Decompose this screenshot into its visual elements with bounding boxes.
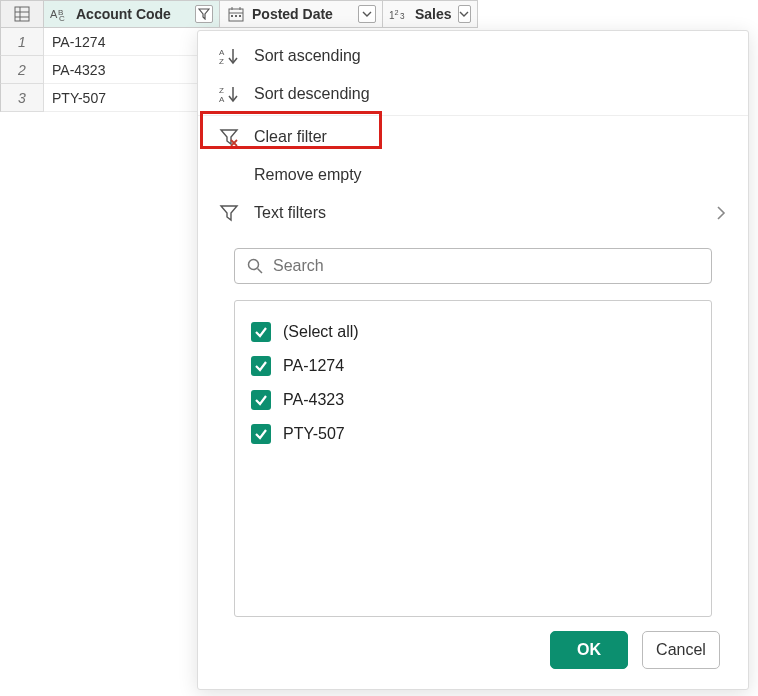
svg-rect-13 bbox=[239, 15, 241, 17]
column-filter-button-posted[interactable] bbox=[358, 5, 376, 23]
column-label: Sales bbox=[415, 6, 452, 22]
check-label: PTY-507 bbox=[283, 425, 345, 443]
svg-text:A: A bbox=[50, 8, 58, 20]
svg-text:C: C bbox=[59, 14, 65, 21]
button-label: Cancel bbox=[656, 641, 706, 659]
check-select-all[interactable]: (Select all) bbox=[251, 315, 695, 349]
svg-text:3: 3 bbox=[400, 12, 405, 21]
cancel-button[interactable]: Cancel bbox=[642, 631, 720, 669]
menu-label: Clear filter bbox=[254, 128, 327, 146]
row-number: 1 bbox=[0, 28, 44, 56]
menu-label: Sort descending bbox=[254, 85, 370, 103]
check-item[interactable]: PTY-507 bbox=[251, 417, 695, 451]
button-label: OK bbox=[577, 641, 601, 659]
check-item[interactable]: PA-1274 bbox=[251, 349, 695, 383]
number-type-icon: 123 bbox=[389, 7, 409, 21]
panel-footer: OK Cancel bbox=[198, 617, 748, 683]
search-input[interactable] bbox=[273, 257, 699, 275]
menu-text-filters[interactable]: Text filters bbox=[198, 194, 748, 232]
row-number: 3 bbox=[0, 84, 44, 112]
search-box[interactable] bbox=[234, 248, 712, 284]
checkbox-checked-icon[interactable] bbox=[251, 390, 271, 410]
check-label: PA-1274 bbox=[283, 357, 344, 375]
svg-text:A: A bbox=[219, 95, 225, 103]
menu-separator bbox=[198, 115, 748, 116]
svg-rect-11 bbox=[231, 15, 233, 17]
chevron-right-icon bbox=[716, 205, 726, 221]
column-filter-button-account[interactable] bbox=[195, 5, 213, 23]
cell-account: PTY-507 bbox=[44, 84, 220, 112]
cell-account: PA-1274 bbox=[44, 28, 220, 56]
chevron-down-icon bbox=[362, 11, 372, 17]
svg-text:Z: Z bbox=[219, 86, 224, 95]
column-header-account-code[interactable]: ABC Account Code bbox=[44, 0, 220, 28]
svg-rect-12 bbox=[235, 15, 237, 17]
ok-button[interactable]: OK bbox=[550, 631, 628, 669]
cell-account: PA-4323 bbox=[44, 56, 220, 84]
menu-label: Remove empty bbox=[254, 166, 362, 184]
row-number: 2 bbox=[0, 56, 44, 84]
svg-line-26 bbox=[258, 269, 263, 274]
filter-values-list[interactable]: (Select all) PA-1274 PA-4323 PTY-507 bbox=[234, 300, 712, 617]
check-item[interactable]: PA-4323 bbox=[251, 383, 695, 417]
menu-sort-ascending[interactable]: AZ Sort ascending bbox=[198, 37, 748, 75]
select-all-rows-corner[interactable] bbox=[0, 0, 44, 28]
menu-remove-empty[interactable]: Remove empty bbox=[198, 156, 748, 194]
svg-point-25 bbox=[249, 260, 259, 270]
sort-ascending-icon: AZ bbox=[218, 47, 240, 65]
search-icon bbox=[247, 258, 263, 274]
checkbox-checked-icon[interactable] bbox=[251, 356, 271, 376]
svg-text:Z: Z bbox=[219, 57, 224, 65]
header-row: ABC Account Code Posted Date 123 Sales bbox=[0, 0, 758, 28]
checkbox-checked-icon[interactable] bbox=[251, 424, 271, 444]
funnel-icon bbox=[198, 8, 210, 20]
menu-label: Text filters bbox=[254, 204, 326, 222]
svg-rect-0 bbox=[15, 7, 29, 21]
menu-clear-filter[interactable]: Clear filter bbox=[198, 118, 748, 156]
column-filter-button-sales[interactable] bbox=[458, 5, 471, 23]
checkbox-checked-icon[interactable] bbox=[251, 322, 271, 342]
column-header-posted-date[interactable]: Posted Date bbox=[220, 0, 383, 28]
text-type-icon: ABC bbox=[50, 7, 70, 21]
column-header-sales[interactable]: 123 Sales bbox=[383, 0, 478, 28]
check-label: PA-4323 bbox=[283, 391, 344, 409]
svg-text:2: 2 bbox=[394, 8, 398, 17]
clear-filter-icon bbox=[218, 128, 240, 146]
table-icon bbox=[14, 6, 30, 22]
menu-sort-descending[interactable]: ZA Sort descending bbox=[198, 75, 748, 113]
chevron-down-icon bbox=[459, 11, 469, 17]
search-container bbox=[198, 232, 748, 294]
sort-descending-icon: ZA bbox=[218, 85, 240, 103]
menu-label: Sort ascending bbox=[254, 47, 361, 65]
column-label: Posted Date bbox=[252, 6, 352, 22]
column-filter-panel: AZ Sort ascending ZA Sort descending Cle… bbox=[197, 30, 749, 690]
column-label: Account Code bbox=[76, 6, 189, 22]
date-type-icon bbox=[226, 6, 246, 22]
svg-text:A: A bbox=[219, 48, 225, 57]
funnel-icon bbox=[218, 204, 240, 222]
check-label: (Select all) bbox=[283, 323, 359, 341]
